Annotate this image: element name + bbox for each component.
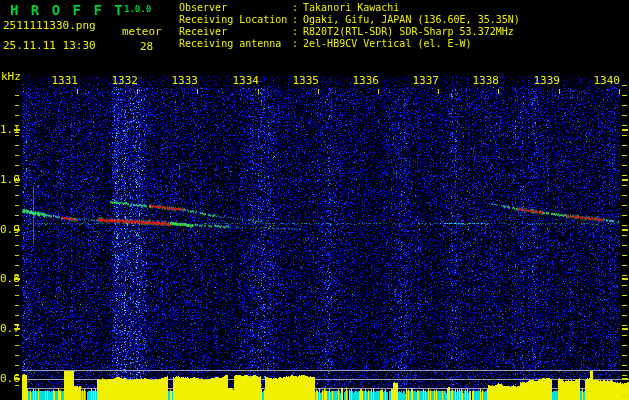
date-time-label: 25.11.11 13:30 (3, 40, 96, 51)
time-tick-label: 1332 (108, 75, 138, 86)
info-value: Ogaki, Gifu, JAPAN (136.60E, 35.35N) (298, 14, 520, 25)
time-tick-label: 1331 (48, 75, 78, 86)
info-value: 2el-HB9CV Vertical (el. E-W) (298, 38, 472, 49)
info-row-observer: Observer:Takanori Kawachi (179, 2, 520, 14)
info-label: Receiving Location (179, 14, 292, 26)
info-label: Observer (179, 2, 292, 14)
info-row-location: Receiving Location:Ogaki, Gifu, JAPAN (1… (179, 14, 520, 26)
app-title: H R O F F T (10, 3, 125, 17)
info-row-antenna: Receiving antenna:2el-HB9CV Vertical (el… (179, 38, 520, 50)
info-label: Receiving antenna (179, 38, 292, 50)
time-tick-label: 1338 (469, 75, 499, 86)
time-tick-label: 1340 (590, 75, 620, 86)
info-value: R820T2(RTL-SDR) SDR-Sharp 53.372MHz (298, 26, 514, 37)
freq-tick-label: 1.0 (0, 174, 18, 185)
time-tick-label: 1337 (409, 75, 439, 86)
time-tick-label: 1334 (229, 75, 259, 86)
output-filename: 2511111330.png (3, 20, 96, 31)
freq-tick-label: 0.9 (0, 224, 18, 235)
echo-count: 28 (140, 41, 153, 52)
time-tick-label: 1339 (530, 75, 560, 86)
app-version: 1.0.0 (124, 5, 151, 14)
freq-axis-unit: kHz (1, 71, 21, 82)
time-tick-label: 1336 (349, 75, 379, 86)
freq-tick-label: 0.7 (0, 323, 18, 334)
time-tick-label: 1335 (289, 75, 319, 86)
spectrogram-plot (0, 0, 629, 400)
time-tick-label: 1333 (168, 75, 198, 86)
freq-tick-label: 1.1 (0, 124, 18, 135)
station-info: Observer:Takanori Kawachi Receiving Loca… (179, 2, 520, 50)
info-value: Takanori Kawachi (298, 2, 399, 13)
info-label: Receiver (179, 26, 292, 38)
hrofft-window: H R O F F T 1.0.0 2511111330.png meteor … (0, 0, 629, 400)
mode-label: meteor (122, 26, 162, 37)
freq-tick-label: 0.8 (0, 273, 18, 284)
info-row-receiver: Receiver:R820T2(RTL-SDR) SDR-Sharp 53.37… (179, 26, 520, 38)
freq-tick-label: 0.6 (0, 373, 18, 384)
